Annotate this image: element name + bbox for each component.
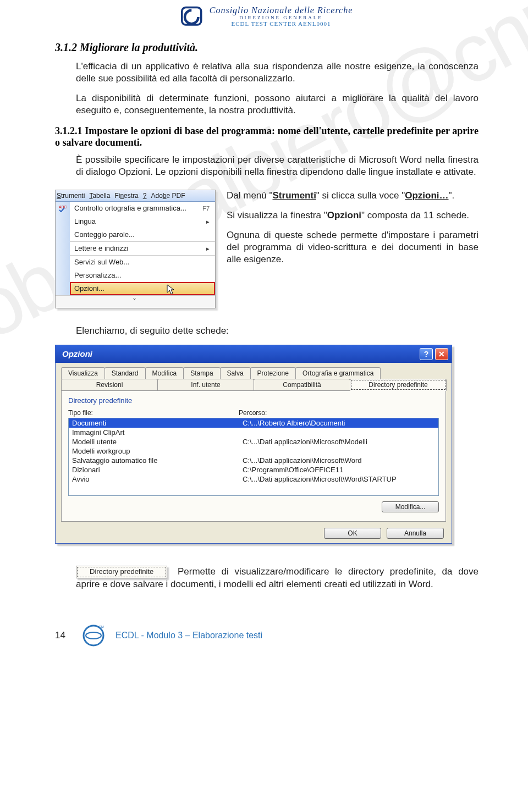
- footer-module: ECDL - Modulo 3 – Elaborazione testi: [116, 631, 262, 640]
- dialog-titlebar: Opzioni ? ✕: [56, 345, 452, 363]
- heading-3-1-2: 3.1.2 Migliorare la produttività.: [55, 41, 479, 54]
- row-path: C:\...\Dati applicazioni\Microsoft\Word\…: [243, 475, 397, 483]
- row-name: Documenti: [72, 419, 243, 427]
- row-name: Modelli utente: [72, 438, 243, 446]
- word-menubar: Strumenti Tabella Finestra ? Adobe PDF: [56, 190, 215, 202]
- menu-item-personalizza[interactable]: Personalizza...: [70, 269, 215, 282]
- row-name: Salvataggio automatico file: [72, 456, 243, 465]
- para-intro-2: La disponibilità di determinate funzioni…: [76, 92, 479, 117]
- right-para-2: Si visualizza la finestra "Opzioni" comp…: [227, 209, 479, 222]
- heading-3-1-2-1: 3.1.2.1 Impostare le opzioni di base del…: [55, 125, 479, 148]
- menu-item-label: Controllo ortografia e grammatica...: [74, 204, 186, 212]
- list-row[interactable]: Modelli utente C:\...\Dati applicazioni\…: [69, 437, 438, 446]
- svg-point-2: [84, 626, 103, 645]
- menubar-strumenti[interactable]: Strumenti: [57, 192, 85, 200]
- menu-item-lettere[interactable]: Lettere e indirizzi: [70, 241, 215, 255]
- menu-item-opzioni[interactable]: Opzioni...: [70, 282, 215, 295]
- para-3-1-2-1-text: È possibile specificare le impostazioni …: [76, 154, 479, 177]
- tab-standard[interactable]: Standard: [105, 367, 146, 379]
- cursor-icon: [167, 284, 175, 295]
- tab-chip-directory: Directory predefinite: [76, 566, 167, 578]
- menu-item-shortcut: F7: [202, 205, 210, 212]
- menu-expand-chevron-icon[interactable]: ˅: [56, 295, 215, 308]
- para-intro-1: L'efficacia di un applicativo è relativa…: [76, 60, 479, 85]
- menu-item-spellcheck[interactable]: Controllo ortografia e grammatica... F7: [70, 202, 215, 215]
- menu-item-label: Servizi sul Web...: [74, 258, 129, 266]
- menubar-help[interactable]: ?: [143, 192, 147, 200]
- row-path: C:\...\Dati applicazioni\Microsoft\Model…: [243, 438, 367, 446]
- tab-visualizza[interactable]: Visualizza: [61, 367, 105, 379]
- svg-text:ABC: ABC: [59, 205, 67, 209]
- menu-item-servizi-web[interactable]: Servizi sul Web...: [70, 255, 215, 269]
- row-path: C:\...\Roberto Albiero\Documenti: [243, 419, 345, 427]
- tab-compatibilita[interactable]: Compatibilità: [254, 379, 350, 391]
- close-button[interactable]: ✕: [435, 348, 448, 360]
- tab-protezione[interactable]: Protezione: [250, 367, 296, 379]
- tab-ortografia[interactable]: Ortografia e grammatica: [295, 367, 381, 379]
- col-header-percorso: Percorso:: [239, 409, 267, 417]
- submenu-arrow-icon: [206, 217, 210, 225]
- menu-item-label: Lingua: [74, 217, 96, 225]
- page-footer: 14 TM ECDL - Modulo 3 – Elaborazione tes…: [55, 623, 479, 648]
- page-number: 14: [55, 630, 72, 641]
- tab-directory-predefinite[interactable]: Directory predefinite: [350, 379, 447, 391]
- list-row[interactable]: Avvio C:\...\Dati applicazioni\Microsoft…: [69, 474, 438, 484]
- menu-item-conteggio[interactable]: Conteggio parole...: [70, 228, 215, 241]
- para-3-1-2-1: È possibile specificare le impostazioni …: [76, 154, 479, 178]
- group-label: Directory predefinite: [68, 396, 439, 405]
- list-row[interactable]: Modelli workgroup: [69, 446, 438, 456]
- tab-inf-utente[interactable]: Inf. utente: [157, 379, 254, 391]
- list-row[interactable]: Dizionari C:\Programmi\Office\OFFICE11: [69, 465, 438, 474]
- list-row[interactable]: Immagini ClipArt: [69, 428, 438, 437]
- ecdl-badge-icon: TM: [81, 623, 106, 648]
- menubar-finestra[interactable]: Finestra: [114, 192, 138, 200]
- row-path: C:\Programmi\Office\OFFICE11: [243, 466, 343, 474]
- header-sub: DIREZIONE GENERALE: [210, 15, 353, 21]
- tab-explain-para: Directory predefinite Permette di visual…: [76, 566, 479, 590]
- cancel-button[interactable]: Annulla: [387, 528, 444, 539]
- menubar-adobe-pdf[interactable]: Adobe PDF: [151, 192, 185, 200]
- directory-listbox[interactable]: Documenti C:\...\Roberto Albiero\Documen…: [68, 418, 439, 496]
- word-tools-menu-screenshot: Strumenti Tabella Finestra ? Adobe PDF A…: [55, 190, 216, 308]
- tab-revisioni[interactable]: Revisioni: [61, 379, 158, 391]
- row-name: Avvio: [72, 475, 243, 483]
- right-para-1: Dal menù "Strumenti" si clicca sulla voc…: [227, 190, 479, 202]
- row-name: Immagini ClipArt: [72, 428, 243, 437]
- help-button[interactable]: ?: [420, 348, 433, 360]
- row-path: C:\...\Dati applicazioni\Microsoft\Word: [243, 456, 362, 465]
- tab-stampa[interactable]: Stampa: [183, 367, 220, 379]
- menu-item-lingua[interactable]: Lingua: [70, 215, 215, 228]
- dialog-title: Opzioni: [62, 349, 92, 358]
- menubar-tabella[interactable]: Tabella: [89, 192, 110, 200]
- ok-button[interactable]: OK: [324, 528, 381, 539]
- list-row[interactable]: Documenti C:\...\Roberto Albiero\Documen…: [69, 418, 438, 428]
- svg-text:TM: TM: [99, 625, 104, 628]
- list-row[interactable]: Salvataggio automatico file C:\...\Dati …: [69, 456, 438, 465]
- tab-modifica[interactable]: Modifica: [145, 367, 184, 379]
- submenu-arrow-icon: [206, 244, 210, 252]
- cnr-logo: [181, 5, 204, 27]
- row-name: Modelli workgroup: [72, 447, 243, 455]
- right-para-3: Ognuna di queste schede permette d'impos…: [227, 229, 479, 266]
- col-header-tipo: Tipo file:: [68, 409, 239, 417]
- header-org: Consiglio Nazionale delle Ricerche: [210, 5, 353, 15]
- options-dialog: Opzioni ? ✕ Visualizza Standard Modifica…: [55, 345, 452, 544]
- row-name: Dizionari: [72, 466, 243, 474]
- list-intro-para: Elenchiamo, di seguito dette schede:: [76, 325, 479, 337]
- menu-item-label: Opzioni...: [74, 284, 105, 292]
- menu-item-label: Lettere e indirizzi: [74, 244, 128, 252]
- modify-button[interactable]: Modifica...: [382, 501, 439, 512]
- tab-salva[interactable]: Salva: [220, 367, 251, 379]
- page-header: Consiglio Nazionale delle Ricerche DIREZ…: [55, 5, 479, 27]
- menu-item-label: Personalizza...: [74, 271, 121, 279]
- spellcheck-icon: ABC: [56, 202, 70, 214]
- header-test-center: ECDL TEST CENTER AENL0001: [210, 20, 353, 27]
- menu-item-label: Conteggio parole...: [74, 230, 135, 239]
